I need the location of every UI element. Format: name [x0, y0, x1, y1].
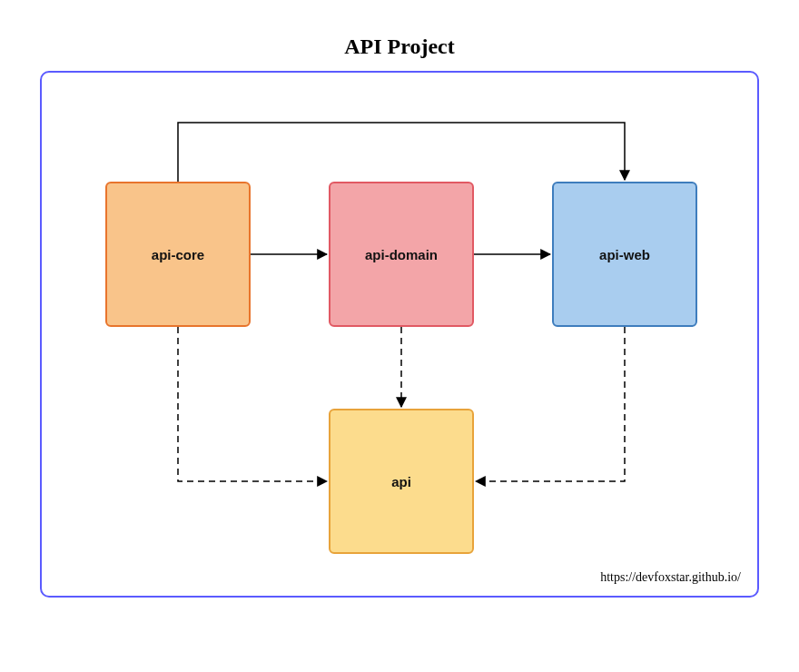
node-label: api-domain [365, 247, 438, 262]
node-label: api-web [599, 247, 650, 262]
edge-core-to-web-top [178, 123, 625, 182]
node-api: api [329, 409, 474, 554]
edge-web-to-api [476, 327, 625, 481]
node-api-domain: api-domain [329, 182, 474, 327]
node-label: api-core [152, 247, 204, 262]
diagram-title: API Project [0, 35, 799, 59]
node-api-web: api-web [552, 182, 697, 327]
node-api-core: api-core [105, 182, 251, 327]
diagram-container: api-core api-domain api-web api https://… [40, 71, 759, 598]
footer-url: https://devfoxstar.github.io/ [600, 570, 741, 585]
edge-core-to-api [178, 327, 327, 481]
node-label: api [391, 474, 411, 489]
